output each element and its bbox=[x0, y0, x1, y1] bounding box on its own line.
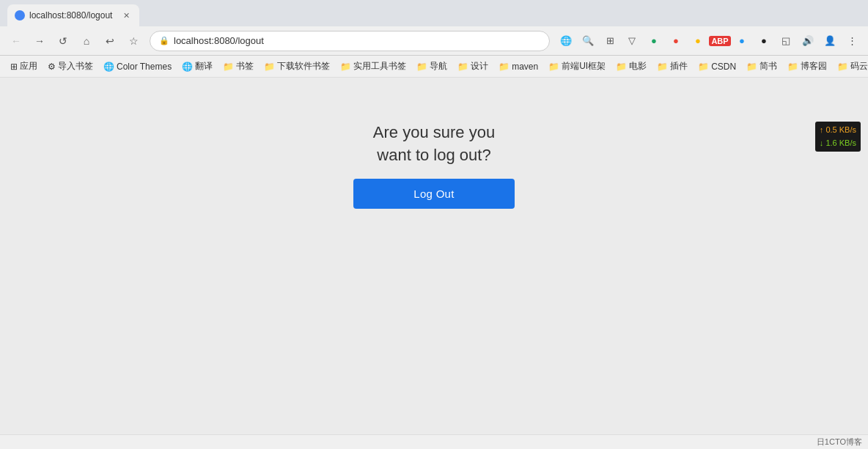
bookmark-csdn[interactable]: 📁 CSDN bbox=[694, 60, 740, 73]
logout-card: Are you sure you want to log out? Log Ou… bbox=[353, 122, 515, 209]
address-bar[interactable]: 🔒 localhost:8080/logout bbox=[150, 31, 550, 51]
ext-red2-icon[interactable]: ABP bbox=[710, 31, 730, 51]
download-speed: ↓ 1.6 KB/s bbox=[820, 137, 856, 150]
bookmark-import[interactable]: ⚙ 导入书签 bbox=[43, 59, 98, 74]
filter-icon[interactable]: ▽ bbox=[622, 31, 642, 51]
globe-icon: 🌐 bbox=[103, 62, 114, 72]
reload-button[interactable]: ↺ bbox=[53, 31, 73, 51]
bookmark-tools-label: 实用工具书签 bbox=[353, 60, 406, 73]
upload-speed: ↑ 0.5 KB/s bbox=[820, 124, 856, 137]
folder-movies-icon: 📁 bbox=[616, 62, 627, 72]
bookmark-cnblog-label: 博客园 bbox=[801, 60, 827, 73]
bookmark-frontend-label: 前端UI框架 bbox=[562, 60, 606, 73]
settings-icon: ⚙ bbox=[48, 62, 56, 72]
grid-icon[interactable]: ⊞ bbox=[600, 31, 620, 51]
folder-nav-icon: 📁 bbox=[416, 62, 427, 72]
bookmark-apps-label: 应用 bbox=[20, 60, 37, 73]
translate-bookmark-icon: 🌐 bbox=[182, 62, 193, 72]
url-display: localhost:8080/logout bbox=[174, 35, 540, 46]
folder-download-icon: 📁 bbox=[264, 62, 275, 72]
home-button[interactable]: ⌂ bbox=[76, 31, 97, 51]
bookmark-cnblog[interactable]: 📁 博客园 bbox=[783, 59, 831, 74]
undo-button[interactable]: ↩ bbox=[100, 31, 120, 51]
lock-icon: 🔒 bbox=[159, 36, 169, 45]
logout-button[interactable]: Log Out bbox=[353, 179, 515, 209]
tab-close-button[interactable]: ✕ bbox=[120, 10, 132, 21]
bookmark-color-themes-label: Color Themes bbox=[117, 62, 172, 72]
bookmark-shuqian[interactable]: 📁 书签 bbox=[218, 59, 258, 74]
bookmark-nav-label: 导航 bbox=[430, 60, 447, 73]
tab-title: localhost:8080/logout bbox=[29, 10, 116, 21]
browser-window: localhost:8080/logout ✕ ← → ↺ ⌂ ↩ ☆ 🔒 lo… bbox=[0, 0, 868, 449]
menu-icon[interactable]: ⋮ bbox=[842, 31, 862, 51]
bookmark-apps[interactable]: ⊞ 应用 bbox=[6, 59, 42, 74]
bookmark-maven-label: maven bbox=[512, 62, 538, 72]
apps-grid-icon: ⊞ bbox=[10, 62, 18, 72]
back-button[interactable]: ← bbox=[6, 31, 26, 51]
cast-icon[interactable]: ◱ bbox=[776, 31, 796, 51]
logout-heading-line2: want to log out? bbox=[377, 146, 490, 164]
translate-icon[interactable]: 🌐 bbox=[556, 31, 576, 51]
folder-design-icon: 📁 bbox=[457, 62, 468, 72]
bookmark-design[interactable]: 📁 设计 bbox=[453, 59, 493, 74]
ext-green-icon[interactable]: ● bbox=[644, 31, 664, 51]
folder-plugins-icon: 📁 bbox=[657, 62, 668, 72]
folder-maven-icon: 📁 bbox=[499, 62, 510, 72]
tab-favicon bbox=[15, 10, 25, 21]
logout-heading: Are you sure you want to log out? bbox=[373, 122, 495, 167]
ext-dark-icon[interactable]: ● bbox=[754, 31, 774, 51]
logout-heading-line1: Are you sure you bbox=[373, 123, 495, 141]
folder-jianshu-icon: 📁 bbox=[746, 62, 757, 72]
bookmark-plugins-label: 插件 bbox=[670, 60, 688, 73]
bookmark-plugins[interactable]: 📁 插件 bbox=[652, 59, 692, 74]
bookmark-download-label: 下载软件书签 bbox=[277, 60, 330, 73]
toolbar-extension-icons: 🌐 🔍 ⊞ ▽ ● ● ● ABP ● ● ◱ 🔊 👤 ⋮ bbox=[556, 31, 862, 51]
bookmark-shuqian-label: 书签 bbox=[236, 60, 254, 73]
forward-button[interactable]: → bbox=[29, 31, 50, 51]
page-content: Are you sure you want to log out? Log Ou… bbox=[0, 78, 868, 434]
bookmark-tools[interactable]: 📁 实用工具书签 bbox=[336, 59, 411, 74]
bookmarks-bar: ⊞ 应用 ⚙ 导入书签 🌐 Color Themes 🌐 翻译 📁 书签 📁 下… bbox=[0, 56, 868, 78]
ext-red1-icon[interactable]: ● bbox=[666, 31, 686, 51]
folder-csdn-icon: 📁 bbox=[698, 62, 709, 72]
browser-toolbar: ← → ↺ ⌂ ↩ ☆ 🔒 localhost:8080/logout 🌐 🔍 … bbox=[0, 26, 868, 56]
bookmark-csdn-label: CSDN bbox=[711, 62, 736, 72]
ext-blue-icon[interactable]: ● bbox=[732, 31, 752, 51]
bottom-bar-label: 日1CTO博客 bbox=[817, 437, 862, 448]
volume-icon[interactable]: 🔊 bbox=[798, 31, 818, 51]
bookmark-movies[interactable]: 📁 电影 bbox=[611, 59, 651, 74]
bookmark-jianshu[interactable]: 📁 简书 bbox=[742, 59, 781, 74]
bookmark-nav[interactable]: 📁 导航 bbox=[412, 59, 452, 74]
bookmark-translate[interactable]: 🌐 翻译 bbox=[177, 59, 217, 74]
ext-yellow-icon[interactable]: ● bbox=[688, 31, 708, 51]
bookmark-translate-label: 翻译 bbox=[195, 60, 213, 73]
bookmark-movies-label: 电影 bbox=[629, 60, 647, 73]
bookmark-gitee-label: 码云 bbox=[850, 60, 868, 73]
folder-gitee-icon: 📁 bbox=[837, 62, 848, 72]
folder-shuqian-icon: 📁 bbox=[223, 62, 234, 72]
bookmark-import-label: 导入书签 bbox=[58, 60, 93, 73]
bookmark-color-themes[interactable]: 🌐 Color Themes bbox=[99, 60, 176, 73]
bookmark-design-label: 设计 bbox=[471, 60, 488, 73]
search-icon[interactable]: 🔍 bbox=[578, 31, 598, 51]
folder-frontend-icon: 📁 bbox=[548, 62, 559, 72]
folder-cnblog-icon: 📁 bbox=[787, 62, 798, 72]
bottom-bar: 日1CTO博客 bbox=[0, 434, 868, 449]
bookmark-gitee[interactable]: 📁 码云 bbox=[833, 59, 868, 74]
bookmark-jianshu-label: 简书 bbox=[760, 60, 777, 73]
speed-widget: ↑ 0.5 KB/s ↓ 1.6 KB/s bbox=[815, 122, 861, 152]
star-button[interactable]: ☆ bbox=[123, 31, 144, 51]
folder-tools-icon: 📁 bbox=[340, 62, 351, 72]
account-icon[interactable]: 👤 bbox=[820, 31, 840, 51]
bookmark-frontend[interactable]: 📁 前端UI框架 bbox=[544, 59, 610, 74]
tab-bar: localhost:8080/logout ✕ bbox=[0, 0, 868, 26]
bookmark-maven[interactable]: 📁 maven bbox=[494, 60, 542, 73]
active-tab[interactable]: localhost:8080/logout ✕ bbox=[7, 4, 139, 26]
bookmark-download[interactable]: 📁 下载软件书签 bbox=[260, 59, 334, 74]
